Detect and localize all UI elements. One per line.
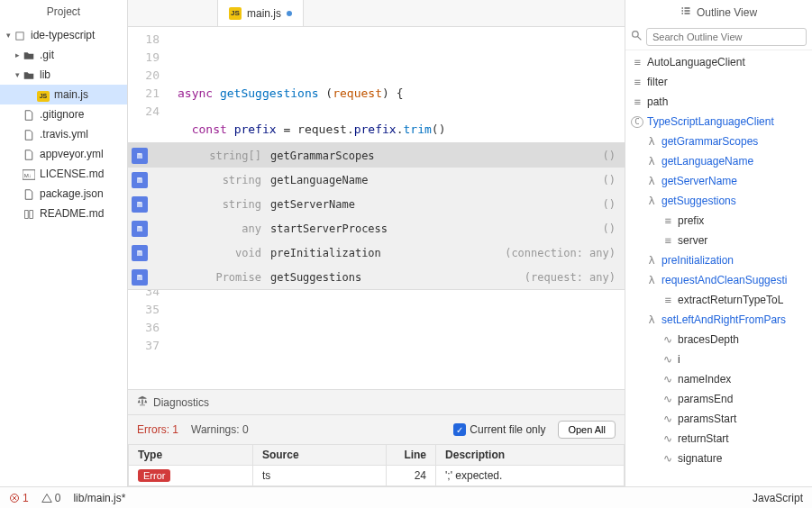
outline-item[interactable]: path <box>625 92 812 112</box>
tree-item[interactable]: M↓LICENSE.md <box>0 164 127 184</box>
tree-item[interactable]: JSmain.js <box>0 85 127 104</box>
outline-item-label: i <box>678 353 680 366</box>
field-icon <box>631 95 643 108</box>
dirty-indicator <box>287 11 292 16</box>
outline-item-label: signature <box>678 452 722 465</box>
outline-item[interactable]: bracesDepth <box>625 330 812 349</box>
outline-item[interactable]: signature <box>625 449 812 468</box>
field-icon <box>661 294 674 306</box>
svg-text:M↓: M↓ <box>24 171 32 177</box>
outline-item-label: bracesDepth <box>678 333 739 346</box>
js-file-icon: JS <box>229 7 242 20</box>
tree-item[interactable]: ▸.git <box>0 45 127 65</box>
repo-icon <box>13 29 27 41</box>
outline-item-label: filter <box>647 76 668 88</box>
tab-label: main.js <box>247 7 281 20</box>
col-description[interactable]: Description <box>436 445 625 466</box>
outline-item[interactable]: paramsEnd <box>625 389 812 409</box>
autocomplete-item[interactable]: mstring[]getGrammarScopes() <box>128 143 625 168</box>
outline-item-label: getSuggestions <box>661 195 736 207</box>
tree-item[interactable]: README.md <box>0 204 127 223</box>
autocomplete-item[interactable]: mvoidpreInitialization(connection: any) <box>128 240 625 265</box>
svg-line-3 <box>637 36 641 40</box>
tree-item-label: lib <box>40 68 50 81</box>
variable-icon <box>661 452 674 465</box>
outline-search-input[interactable] <box>646 28 807 46</box>
col-source[interactable]: Source <box>252 445 386 466</box>
outline-item[interactable]: preInitialization <box>625 250 812 270</box>
tab-main-js[interactable]: JS main.js <box>218 0 304 26</box>
autocomplete-signature: () <box>603 220 616 238</box>
js-icon: JS <box>36 88 50 102</box>
variable-icon <box>661 353 674 366</box>
chevron-icon: ▸ <box>13 50 22 59</box>
autocomplete-item[interactable]: manystartServerProcess() <box>128 216 625 240</box>
outline-item[interactable]: prefix <box>625 211 812 231</box>
current-file-only-checkbox[interactable]: ✓ Current file only <box>453 423 545 436</box>
outline-item[interactable]: AutoLanguageClient <box>625 52 812 72</box>
outline-item[interactable]: filter <box>625 72 812 92</box>
md-icon: M↓ <box>22 168 36 180</box>
outline-item[interactable]: getServerName <box>625 171 812 191</box>
tree-item[interactable]: ▾lib <box>0 65 127 85</box>
autocomplete-signature: () <box>603 171 616 189</box>
outline-item[interactable]: i <box>625 349 812 369</box>
method-icon: m <box>132 148 148 164</box>
outline-item[interactable]: nameIndex <box>625 369 812 389</box>
status-errors[interactable]: 1 <box>9 492 29 504</box>
field-icon <box>661 234 674 247</box>
status-filepath[interactable]: lib/main.js* <box>73 492 125 504</box>
file-icon <box>22 128 36 141</box>
outline-item-label: prefix <box>678 214 704 227</box>
project-panel-title: Project <box>0 0 127 23</box>
outline-item-label: getGrammarScopes <box>661 135 758 148</box>
tree-item[interactable]: package.json <box>0 184 127 204</box>
outline-item[interactable]: extractReturnTypeToL <box>625 290 812 310</box>
outline-item[interactable]: requestAndCleanSuggesti <box>625 270 812 290</box>
field-icon <box>631 56 643 68</box>
outline-item[interactable]: getGrammarScopes <box>625 132 812 151</box>
outline-item-label: paramsEnd <box>678 393 733 405</box>
status-warnings[interactable]: 0 <box>41 492 61 504</box>
warning-icon <box>41 493 52 503</box>
col-type[interactable]: Type <box>129 445 253 466</box>
autocomplete-name: getGrammarScopes <box>270 147 375 165</box>
code-editor[interactable]: 181920212431323334353637 async getSugges… <box>128 27 625 389</box>
outline-item-label: returnStart <box>678 432 729 445</box>
col-line[interactable]: Line <box>387 445 436 466</box>
function-icon <box>645 195 658 207</box>
tree-item[interactable]: .gitignore <box>0 104 127 124</box>
autocomplete-item[interactable]: mPromisegetSuggestions(request: any) <box>128 265 625 289</box>
autocomplete-signature: () <box>603 195 616 213</box>
tree-item[interactable]: .travis.yml <box>0 124 127 144</box>
tab-bar: JS main.js <box>128 0 625 27</box>
autocomplete-popup: mstring[]getGrammarScopes()mstringgetLan… <box>128 142 625 290</box>
chevron-icon: ▾ <box>13 70 22 79</box>
diagnostics-table: Type Source Line Description Errorts24';… <box>128 444 625 486</box>
outline-item[interactable]: getLanguageName <box>625 151 812 171</box>
file-icon <box>22 148 36 160</box>
open-all-button[interactable]: Open All <box>558 421 616 439</box>
outline-item-label: nameIndex <box>678 373 731 386</box>
tree-item-label: .travis.yml <box>40 128 88 141</box>
outline-item[interactable]: server <box>625 231 812 250</box>
class-icon: C <box>631 116 643 128</box>
diagnostic-row[interactable]: Errorts24';' expected. <box>129 466 625 486</box>
outline-item[interactable]: getSuggestions <box>625 191 812 211</box>
diagnostics-header: Diagnostics <box>128 390 625 415</box>
tree-root[interactable]: ▾ ide-typescript <box>0 25 127 45</box>
outline-item[interactable]: returnStart <box>625 429 812 449</box>
status-language[interactable]: JavaScript <box>753 492 803 504</box>
autocomplete-item[interactable]: mstringgetLanguageName() <box>128 168 625 192</box>
autocomplete-item[interactable]: mstringgetServerName() <box>128 192 625 216</box>
outline-item[interactable]: paramsStart <box>625 409 812 429</box>
outline-tree: AutoLanguageClientfilterpathCTypeScriptL… <box>625 50 812 470</box>
warning-count: Warnings: 0 <box>191 423 249 436</box>
outline-item[interactable]: setLeftAndRightFromPars <box>625 310 812 330</box>
tree-item[interactable]: appveyor.yml <box>0 144 127 164</box>
outline-item-label: getLanguageName <box>661 155 753 168</box>
tree-item-label: package.json <box>40 187 104 200</box>
diagnostic-line: 24 <box>387 466 436 486</box>
outline-item[interactable]: CTypeScriptLanguageClient <box>625 112 812 132</box>
file-icon <box>22 108 36 121</box>
